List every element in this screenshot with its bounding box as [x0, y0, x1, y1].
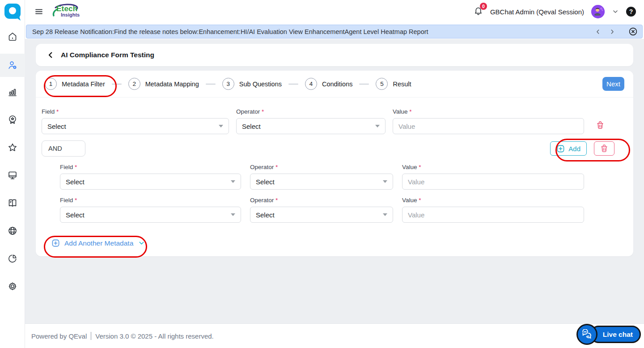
sidebar-item-analytics[interactable]: [0, 248, 25, 269]
hamburger-menu-button[interactable]: [34, 7, 44, 17]
live-chat-button[interactable]: Live chat: [576, 324, 641, 345]
filter-row: Field * Select Operator * Select: [60, 197, 626, 223]
step-connector: [288, 84, 298, 85]
footer-version: Version 3.0 © 2025 - All rights reserved…: [95, 332, 214, 340]
q-logo-icon: [4, 3, 21, 21]
nested-condition-group: Field * Select Operator * Select: [60, 164, 626, 223]
step-metadata-mapping[interactable]: 2 Metadata Mapping: [128, 78, 199, 90]
profile-menu-button[interactable]: [612, 8, 619, 15]
plus-square-icon: [556, 144, 565, 153]
step-conditions[interactable]: 4 Conditions: [305, 78, 353, 90]
value-input[interactable]: [402, 207, 584, 223]
value-label: Value *: [393, 108, 584, 115]
required-marker: *: [56, 108, 59, 115]
step-number: 1: [45, 78, 57, 90]
value-label: Value *: [402, 197, 584, 204]
monitor-icon: [7, 170, 18, 181]
add-another-metadata-button[interactable]: Add Another Metadata: [51, 239, 145, 247]
add-condition-button[interactable]: Add: [550, 141, 587, 156]
value-label: Value *: [402, 164, 584, 170]
step-label: Metadata Mapping: [145, 81, 199, 88]
quality-badge-icon: [7, 115, 18, 125]
select-caret-icon: [383, 213, 387, 216]
sidebar-item-web[interactable]: [0, 220, 25, 242]
operator-select[interactable]: Select: [236, 118, 386, 134]
value-input[interactable]: [393, 118, 584, 134]
value-input[interactable]: [402, 174, 584, 190]
footer: Powered by QEval Version 3.0 © 2025 - Al…: [25, 323, 644, 348]
plus-square-icon: [51, 239, 60, 247]
chat-bubbles-icon: [581, 329, 593, 340]
chevron-left-icon: [594, 28, 602, 35]
operator-label: Operator *: [236, 108, 386, 115]
notifications-button[interactable]: 0: [474, 6, 483, 17]
operator-label: Operator *: [250, 197, 393, 204]
sidebar-item-settings[interactable]: [0, 276, 25, 297]
user-settings-icon: [7, 60, 18, 71]
field-select[interactable]: Select: [60, 174, 241, 190]
required-marker: *: [419, 197, 421, 204]
footer-text: Powered by QEval Version 3.0 © 2025 - Al…: [31, 332, 214, 340]
select-caret-icon: [231, 180, 235, 183]
notification-count-badge: 0: [480, 3, 487, 10]
select-caret-icon: [231, 213, 235, 216]
step-label: Conditions: [322, 81, 353, 88]
operator-select[interactable]: Select: [250, 207, 393, 223]
delete-group-button[interactable]: [594, 141, 614, 156]
step-number: 5: [376, 78, 388, 90]
group-controls-row: AND Add: [42, 140, 626, 157]
avatar[interactable]: [591, 5, 605, 18]
chevron-left-bold-icon: [47, 51, 55, 59]
pie-chart-icon: [7, 253, 18, 264]
sidebar-item-reports[interactable]: [0, 81, 25, 103]
step-result[interactable]: 5 Result: [376, 78, 411, 90]
back-button[interactable]: [47, 51, 55, 59]
required-marker: *: [275, 164, 278, 170]
filter-row: Field * Select Operator * Select Value *: [42, 108, 626, 134]
required-marker: *: [75, 197, 77, 204]
required-marker: *: [75, 164, 77, 170]
help-button[interactable]: ?: [626, 7, 636, 17]
banner-close-button[interactable]: [628, 27, 638, 36]
stepper: 1 Metadata Filter 2 Metadata Mapping 3 S…: [36, 71, 633, 98]
sidebar-item-user-settings[interactable]: [0, 54, 25, 77]
sidebar-item-quality[interactable]: [0, 109, 25, 131]
banner-prev-button[interactable]: [594, 28, 602, 35]
required-marker: *: [262, 108, 264, 115]
required-marker: *: [409, 108, 411, 115]
delete-row-button[interactable]: [591, 108, 609, 130]
chevron-down-icon: [138, 239, 145, 247]
topbar: Etech Insights 0 GBChat Admin (Qeval Ses…: [25, 0, 644, 23]
operator-select[interactable]: Select: [250, 174, 393, 190]
field-select[interactable]: Select: [42, 118, 229, 134]
hamburger-icon: [34, 7, 44, 17]
sidebar-item-monitor[interactable]: [0, 165, 25, 186]
step-sub-questions[interactable]: 3 Sub Questions: [222, 78, 282, 90]
etech-insights-logo[interactable]: Etech Insights: [52, 3, 80, 20]
chevron-right-icon: [609, 28, 616, 35]
user-session-label: GBChat Admin (Qeval Session): [490, 8, 584, 16]
select-caret-icon: [219, 125, 223, 127]
footer-powered: Powered by QEval: [31, 332, 87, 340]
and-operator-button[interactable]: AND: [42, 140, 85, 157]
next-button[interactable]: Next: [602, 77, 624, 91]
home-icon: [7, 31, 18, 42]
sidebar-item-library[interactable]: [0, 192, 25, 214]
brand-bottom-text: Insights: [61, 12, 80, 17]
sidebar-item-favorites[interactable]: [0, 137, 25, 158]
globe-icon: [7, 225, 18, 236]
qeval-logo[interactable]: [4, 3, 21, 21]
sidebar-item-home[interactable]: [0, 26, 25, 47]
filter-row: Field * Select Operator * Select: [60, 164, 626, 190]
banner-next-button[interactable]: [609, 28, 616, 35]
step-metadata-filter[interactable]: 1 Metadata Filter: [45, 78, 105, 90]
sidebar: [0, 0, 25, 348]
trash-icon: [596, 121, 604, 130]
field-select[interactable]: Select: [60, 207, 241, 223]
chevron-down-icon: [612, 8, 619, 15]
bar-chart-icon: [7, 87, 18, 98]
field-label: Field *: [60, 197, 241, 204]
metadata-filter-card: 1 Metadata Filter 2 Metadata Mapping 3 S…: [36, 71, 633, 256]
required-marker: *: [275, 197, 278, 204]
step-connector: [359, 84, 369, 85]
